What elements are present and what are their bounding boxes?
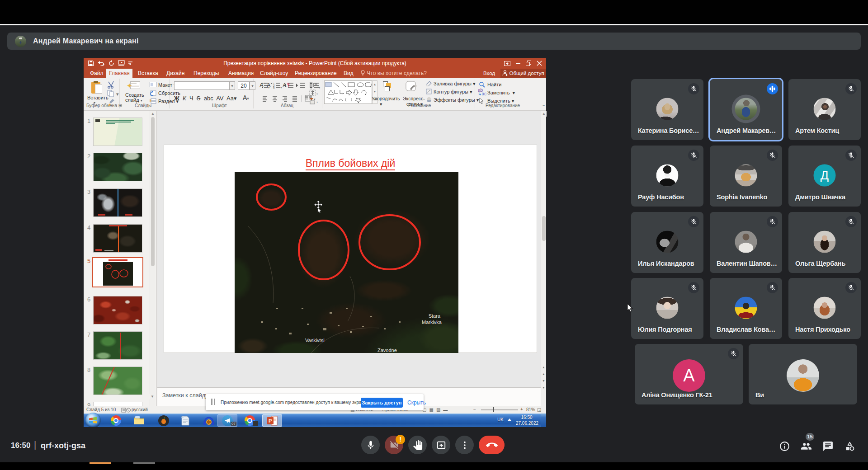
- svg-text:Stara: Stara: [429, 313, 441, 319]
- svg-text:Markivka: Markivka: [422, 320, 442, 325]
- svg-text:Zavodne: Zavodne: [377, 348, 397, 353]
- svg-text:▾: ▾: [268, 86, 270, 89]
- svg-text:3: 3: [273, 87, 275, 89]
- svg-text:▾: ▾: [280, 86, 282, 89]
- svg-text:▾: ▾: [316, 93, 318, 95]
- svg-text:▾: ▾: [317, 85, 319, 87]
- svg-text:▾: ▾: [316, 101, 318, 103]
- svg-text:Vaskivtsi: Vaskivtsi: [305, 338, 325, 343]
- svg-text:P: P: [269, 418, 272, 423]
